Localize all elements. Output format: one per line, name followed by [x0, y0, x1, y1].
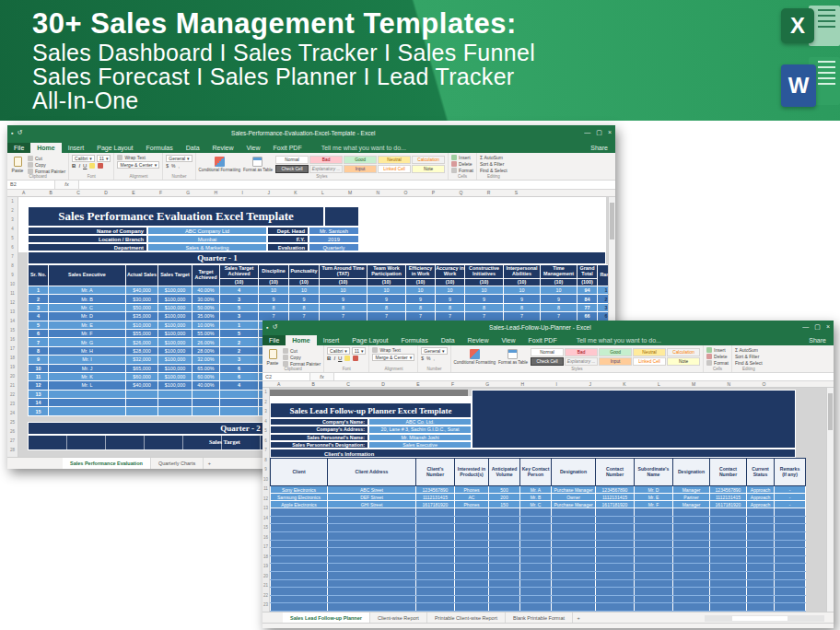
cell[interactable]: 8 — [465, 303, 504, 311]
column-headers[interactable]: A B C D E F G H I J K L M N O — [262, 381, 834, 388]
cell[interactable]: ABC Street — [328, 486, 416, 494]
cell[interactable] — [455, 548, 489, 556]
cell[interactable] — [552, 508, 596, 517]
cell[interactable] — [455, 571, 489, 579]
cell[interactable] — [596, 548, 635, 556]
cell[interactable] — [710, 540, 747, 548]
cell[interactable]: 10.00% — [192, 321, 220, 329]
cell[interactable]: 3 — [220, 356, 259, 364]
cell[interactable]: Approach — [747, 494, 775, 501]
copy-button[interactable]: Copy — [283, 355, 321, 360]
cell[interactable]: Purchase Manager — [552, 486, 596, 494]
conditional-formatting-icon[interactable] — [215, 157, 225, 167]
cell[interactable] — [328, 548, 416, 556]
cell[interactable] — [747, 516, 775, 524]
col-subheader[interactable]: (10) — [368, 279, 406, 286]
cell[interactable] — [192, 399, 220, 407]
cell[interactable] — [775, 531, 806, 540]
col-header[interactable]: Actual Sales — [126, 265, 158, 286]
cell[interactable] — [775, 516, 806, 524]
cell[interactable] — [747, 579, 775, 588]
cell[interactable] — [489, 555, 520, 564]
info-value[interactable]: 20, Lane # 3, Sachin G.I.D.C., Surat — [368, 426, 472, 433]
cell[interactable] — [489, 588, 520, 596]
cell[interactable] — [489, 516, 520, 524]
col-subheader[interactable]: (10) — [504, 279, 541, 286]
cell[interactable] — [416, 603, 455, 612]
cell-style-chip[interactable]: Good — [344, 156, 377, 164]
cell[interactable] — [775, 524, 806, 532]
cell[interactable] — [596, 540, 635, 548]
format-as-table-label[interactable]: Format as Table — [243, 168, 273, 172]
cell-style-chip[interactable]: Normal — [275, 156, 309, 164]
cell[interactable] — [635, 571, 673, 579]
cell[interactable] — [126, 407, 158, 415]
tab-view[interactable]: View — [496, 335, 522, 345]
cell[interactable] — [710, 548, 747, 556]
cell[interactable]: 94 — [578, 286, 598, 295]
scrollbar-thumb[interactable] — [732, 616, 788, 621]
cell[interactable]: 1617181920 — [416, 501, 455, 508]
col-subheader[interactable]: (10) — [289, 279, 320, 286]
cell[interactable]: Mr. H — [49, 346, 126, 355]
cell[interactable]: 8 — [541, 303, 578, 311]
info-label-2[interactable]: Dept. Head — [267, 227, 309, 235]
cell[interactable] — [416, 531, 455, 540]
italic-button[interactable]: I — [78, 163, 80, 169]
col-header[interactable]: Client — [271, 459, 328, 486]
cell[interactable]: 77 — [578, 303, 598, 311]
cell[interactable] — [489, 508, 520, 517]
delete-button[interactable]: Delete — [451, 161, 473, 167]
col-header[interactable]: Remarks (If any) — [775, 459, 806, 486]
info-label-2[interactable]: F.Y. — [267, 235, 309, 243]
col-subheader[interactable]: (100) — [578, 279, 598, 286]
conditional-formatting-icon[interactable] — [470, 349, 480, 359]
cell[interactable] — [520, 548, 552, 556]
col-header[interactable]: Key Contact Person — [520, 459, 552, 486]
cell[interactable] — [416, 579, 455, 588]
cell[interactable]: 60.00% — [192, 372, 220, 380]
cell[interactable] — [520, 531, 552, 540]
cell[interactable]: Mr. C — [49, 303, 126, 311]
cell[interactable] — [416, 555, 455, 564]
scrollbar-thumb[interactable] — [828, 393, 833, 430]
col-header[interactable]: Current Status — [747, 459, 775, 486]
cell[interactable] — [520, 524, 552, 532]
cell[interactable] — [552, 548, 596, 556]
info-label[interactable]: Sales Personnel's Name: — [270, 434, 368, 441]
cell[interactable] — [49, 390, 126, 398]
find-select-button[interactable]: Find & Select — [735, 360, 763, 366]
cell[interactable] — [328, 524, 416, 532]
cell[interactable] — [455, 524, 489, 532]
cell[interactable]: $50,000 — [126, 303, 158, 311]
cell[interactable]: 32.00% — [192, 356, 220, 364]
cell[interactable] — [328, 555, 416, 564]
cell[interactable] — [271, 579, 328, 588]
cell[interactable]: 7 — [29, 338, 49, 346]
cell[interactable] — [635, 531, 673, 540]
cell[interactable]: $100,000 — [158, 303, 192, 311]
tab-home[interactable]: Home — [30, 143, 61, 153]
cell[interactable]: Manager — [673, 501, 710, 508]
cell[interactable] — [596, 571, 635, 579]
cell[interactable] — [710, 588, 747, 596]
cell[interactable] — [673, 595, 710, 603]
currency-button[interactable]: $ — [421, 356, 424, 361]
cell-style-chip[interactable]: Explanatory ... — [309, 165, 343, 173]
cell[interactable] — [710, 571, 747, 579]
cut-button[interactable]: Cut — [28, 156, 65, 161]
cell[interactable]: 1 — [220, 321, 259, 329]
cell[interactable] — [673, 548, 710, 556]
cell[interactable]: 13 — [29, 390, 49, 398]
cell[interactable]: 9 — [504, 295, 541, 303]
tab-home[interactable]: Home — [286, 335, 316, 345]
format-painter-button[interactable]: Format Painter — [28, 169, 65, 174]
cell[interactable] — [775, 603, 806, 612]
cell[interactable]: Mr. I — [49, 356, 126, 364]
cell[interactable] — [775, 548, 806, 556]
info-label[interactable]: Department — [28, 243, 147, 251]
cell[interactable] — [520, 579, 552, 588]
cell[interactable]: Partner — [673, 494, 710, 501]
cell[interactable] — [747, 531, 775, 540]
formula-input[interactable] — [79, 181, 615, 189]
